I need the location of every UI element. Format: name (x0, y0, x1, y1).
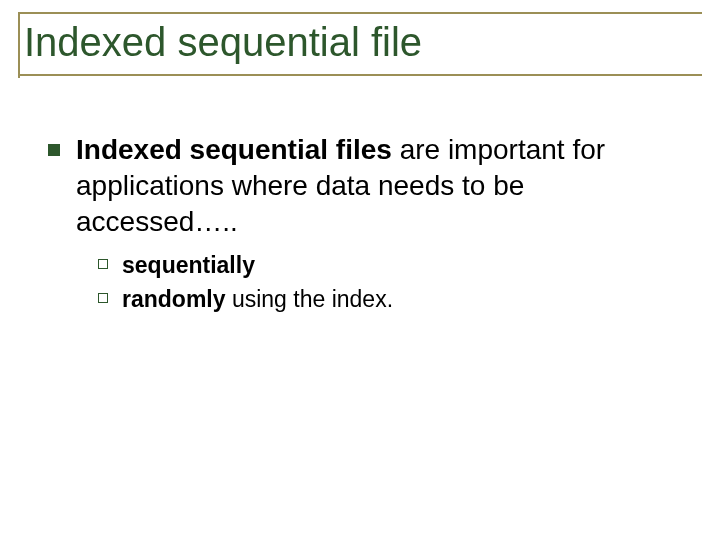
sub-bullet-list: sequentially randomly using the index. (98, 251, 680, 315)
title-top-rule (18, 12, 702, 14)
title-block: Indexed sequential file (18, 12, 702, 76)
square-bullet-icon (48, 144, 60, 156)
bullet-level1: Indexed sequential files are important f… (48, 132, 680, 239)
hollow-square-bullet-icon (98, 293, 108, 303)
hollow-square-bullet-icon (98, 259, 108, 269)
slide-body: Indexed sequential files are important f… (48, 132, 680, 319)
bullet-level2-text: randomly using the index. (122, 285, 393, 315)
bullet-level1-bold: Indexed sequential files (76, 134, 392, 165)
bullet-level2-bold: randomly (122, 286, 226, 312)
bullet-level2-text: sequentially (122, 251, 255, 281)
slide: Indexed sequential file Indexed sequenti… (0, 0, 720, 540)
bullet-level2: sequentially (98, 251, 680, 281)
slide-title: Indexed sequential file (18, 20, 702, 64)
bullet-level2-rest: using the index. (226, 286, 394, 312)
bullet-level2: randomly using the index. (98, 285, 680, 315)
title-bottom-rule (18, 74, 702, 76)
bullet-level2-bold: sequentially (122, 252, 255, 278)
bullet-level1-text: Indexed sequential files are important f… (76, 132, 680, 239)
